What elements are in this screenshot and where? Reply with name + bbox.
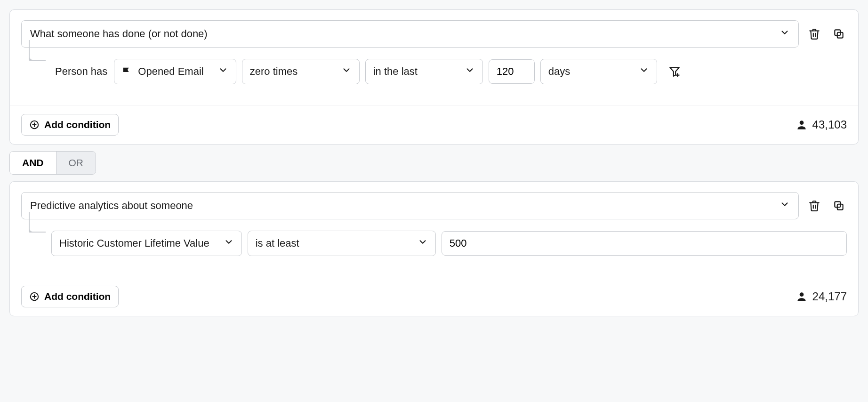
person-icon	[796, 290, 808, 303]
logic-and-button[interactable]: AND	[10, 152, 56, 174]
prefix-label: Person has	[55, 65, 107, 78]
add-condition-label: Add condition	[44, 119, 111, 130]
operator-select[interactable]: is at least	[248, 231, 436, 256]
delete-group-button[interactable]	[806, 26, 822, 42]
svg-point-14	[799, 292, 804, 297]
chevron-down-icon	[465, 65, 475, 78]
logic-toggle: AND OR	[9, 151, 96, 175]
timeframe-select[interactable]: in the last	[365, 59, 483, 84]
group-header-row: Predictive analytics about someone	[21, 192, 847, 219]
condition-type-select[interactable]: What someone has done (or not done)	[21, 20, 799, 48]
copy-icon	[833, 28, 845, 40]
delete-group-button[interactable]	[806, 198, 822, 214]
condition-row: Historic Customer Lifetime Value is at l…	[21, 231, 847, 277]
comparator-select[interactable]: zero times	[242, 59, 360, 84]
copy-icon	[833, 200, 845, 212]
metric-select[interactable]: Opened Email	[114, 59, 236, 84]
timeframe-unit-label: days	[548, 65, 570, 78]
condition-type-label: What someone has done (or not done)	[30, 28, 208, 40]
flag-icon	[122, 66, 132, 77]
tree-connector	[21, 212, 46, 234]
condition-group: Predictive analytics about someone Histo…	[9, 181, 859, 316]
filter-plus-icon	[668, 65, 681, 78]
add-condition-button[interactable]: Add condition	[21, 114, 119, 136]
chevron-down-icon	[418, 237, 428, 250]
duplicate-group-button[interactable]	[831, 26, 847, 42]
timeframe-label: in the last	[373, 65, 418, 78]
group-header-row: What someone has done (or not done)	[21, 20, 847, 48]
svg-point-8	[799, 121, 804, 125]
condition-type-select[interactable]: Predictive analytics about someone	[21, 192, 799, 219]
chevron-down-icon	[780, 27, 790, 40]
timeframe-value-input[interactable]	[489, 59, 535, 84]
tree-connector	[21, 40, 46, 63]
condition-group: What someone has done (or not done) Pers…	[9, 9, 859, 145]
chevron-down-icon	[639, 65, 649, 78]
trash-icon	[808, 28, 820, 40]
logic-operator-row: AND OR	[9, 151, 859, 175]
comparator-label: zero times	[250, 65, 297, 78]
add-condition-label: Add condition	[44, 291, 111, 302]
attribute-select[interactable]: Historic Customer Lifetime Value	[51, 231, 242, 256]
logic-or-button[interactable]: OR	[56, 152, 96, 174]
chevron-down-icon	[341, 65, 352, 78]
value-input[interactable]	[442, 231, 847, 256]
trash-icon	[808, 200, 820, 212]
attribute-label: Historic Customer Lifetime Value	[59, 237, 209, 249]
metric-label: Opened Email	[138, 65, 203, 78]
condition-row: Person has Opened Email zero times in th…	[21, 59, 847, 105]
add-filter-button[interactable]	[667, 64, 683, 80]
chevron-down-icon	[218, 65, 228, 78]
group-footer: Add condition 24,177	[21, 277, 847, 316]
add-condition-button[interactable]: Add condition	[21, 286, 119, 307]
timeframe-unit-select[interactable]: days	[540, 59, 657, 84]
group-count-value: 43,103	[812, 118, 847, 131]
group-count: 43,103	[796, 118, 847, 131]
chevron-down-icon	[780, 199, 790, 212]
group-footer: Add condition 43,103	[21, 105, 847, 144]
group-count: 24,177	[796, 290, 847, 303]
operator-label: is at least	[256, 237, 299, 249]
duplicate-group-button[interactable]	[831, 198, 847, 214]
plus-circle-icon	[29, 120, 40, 130]
condition-type-label: Predictive analytics about someone	[30, 200, 193, 212]
chevron-down-icon	[224, 237, 234, 250]
plus-circle-icon	[29, 291, 40, 302]
group-count-value: 24,177	[812, 290, 847, 303]
person-icon	[796, 119, 808, 131]
